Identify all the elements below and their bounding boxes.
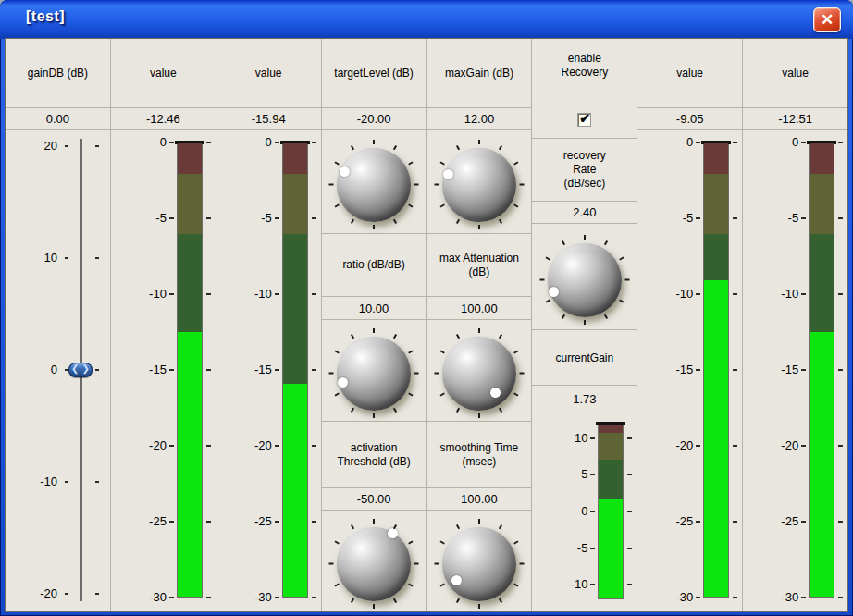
target-level-value: -20.00	[322, 108, 426, 130]
tick-dash	[312, 142, 316, 143]
meter-tick-label: -5	[637, 211, 693, 225]
knob-tick	[499, 334, 502, 339]
meter-tick-label: -5	[216, 211, 272, 225]
tick-dash	[627, 584, 632, 585]
tick-dash	[169, 142, 174, 143]
meter-tick-label: -15	[111, 363, 167, 376]
meter-scale: 0-5-10-15-20-25-30	[743, 142, 847, 598]
ratio-knob[interactable]	[329, 329, 418, 418]
knob-tick	[499, 408, 502, 413]
knob-tick	[439, 540, 444, 544]
max-attenuation-value: 100.00	[427, 297, 532, 320]
tick-dash	[801, 293, 806, 295]
smoothing-time-value: 100.00	[427, 488, 532, 511]
enable-recovery-cell: enable Recovery	[532, 39, 637, 139]
knob-tick	[513, 161, 518, 165]
knob-tick	[439, 350, 444, 353]
knob-tick	[513, 583, 518, 586]
tick-dash	[275, 445, 279, 447]
knob-tick	[393, 219, 397, 224]
max-gain-value: 12.00	[427, 108, 532, 130]
knob-tick	[373, 604, 375, 609]
knob-tick	[393, 598, 397, 602]
gaindb-slider[interactable]: 20100-10-20	[6, 130, 110, 611]
knob-tick	[335, 203, 340, 207]
knob-tick	[329, 562, 334, 564]
knob-tick	[329, 373, 334, 375]
knob-sphere	[337, 337, 411, 411]
knob-tick	[539, 278, 544, 280]
knob-indicator-dot	[443, 169, 453, 179]
knob-tick	[351, 524, 354, 528]
knob-tick	[335, 583, 340, 586]
knob-tick	[604, 314, 608, 318]
meter-tick-label: -10	[743, 287, 798, 301]
knob-indicator-dot	[451, 575, 462, 585]
max-attenuation-knob[interactable]	[435, 329, 524, 418]
tick-dash	[733, 217, 737, 219]
knob-tick	[393, 524, 397, 528]
smoothing-time-knob[interactable]	[435, 520, 524, 609]
meter-tick-label: -10	[637, 287, 693, 301]
window-title: [test]	[26, 8, 65, 25]
activation-threshold-label: activation Threshold (dB)	[322, 422, 426, 488]
tick-dash	[206, 445, 211, 447]
meter-tick-label: -25	[111, 514, 167, 528]
recovery-rate-knob[interactable]	[540, 236, 629, 325]
gaindb-header: gainDB (dB)	[6, 39, 110, 108]
meter-tick-label: -30	[637, 590, 693, 604]
knob-tick	[439, 392, 444, 396]
knob-tick	[408, 161, 413, 165]
knob-tick	[456, 219, 460, 224]
knob-tick	[478, 328, 480, 333]
meter-scale: 0-5-10-15-20-25-30	[216, 142, 321, 598]
knob-tick	[408, 203, 413, 207]
knob-tick	[499, 219, 502, 224]
slider-tick-label: -20	[6, 586, 57, 600]
meter-tick-label: -20	[743, 438, 798, 452]
meter-tick-label: -15	[743, 363, 798, 376]
tick-dash	[206, 142, 211, 143]
tick-dash	[838, 445, 843, 447]
max-attenuation-label: max Attenuation (dB)	[427, 234, 532, 297]
max-gain-knob-cell	[427, 130, 532, 234]
slider-tick-label: 20	[6, 139, 57, 153]
knob-tick	[439, 583, 444, 586]
knob-tick	[513, 203, 518, 207]
target-level-knob[interactable]	[329, 141, 418, 229]
tick-dash	[733, 521, 737, 523]
meter2-body: 0-5-10-15-20-25-30	[216, 130, 321, 611]
knob-tick	[351, 219, 354, 224]
tick-dash	[696, 445, 700, 447]
knob-tick	[584, 235, 586, 240]
knob-tick	[519, 562, 524, 564]
column-meter-2: value -15.94 0-5-10-15-20-25-30	[216, 39, 322, 611]
slider-thumb[interactable]	[68, 363, 93, 377]
knob-tick	[434, 184, 439, 186]
activation-threshold-knob[interactable]	[329, 520, 418, 609]
tick-dash	[65, 257, 68, 259]
title-bar[interactable]: [test] ✕	[0, 0, 853, 39]
tick-dash	[801, 369, 806, 371]
level-meter: 0-5-10-15-20-25-30	[637, 130, 742, 611]
tick-dash	[627, 511, 632, 512]
meter-tick-label: -5	[532, 541, 587, 555]
close-button[interactable]: ✕	[813, 7, 841, 32]
level-meter: 0-5-10-15-20-25-30	[216, 130, 321, 611]
knob-tick	[545, 299, 550, 302]
knob-sphere	[442, 148, 516, 222]
tick-dash	[169, 217, 174, 219]
knob-tick	[434, 373, 439, 375]
level-meter: 0-5-10-15-20-25-30	[743, 130, 847, 611]
meter-tick-label: -30	[743, 590, 798, 604]
meter-tick-label: -15	[216, 363, 272, 376]
knob-sphere	[337, 148, 411, 222]
activation-threshold-value: -50.00	[322, 488, 426, 511]
meter3-value: -9.05	[637, 108, 742, 130]
tick-dash	[169, 445, 174, 447]
enable-recovery-checkbox[interactable]	[577, 113, 591, 127]
ratio-label: ratio (dB/dB)	[322, 234, 426, 297]
meter-tick-label: -5	[111, 211, 167, 225]
tick-dash	[733, 293, 737, 295]
max-gain-knob[interactable]	[435, 141, 524, 229]
